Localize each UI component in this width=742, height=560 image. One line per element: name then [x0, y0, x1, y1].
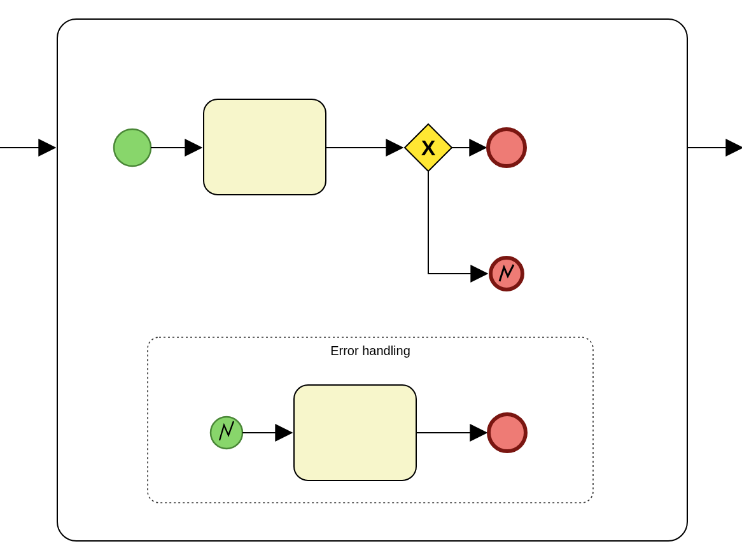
- exclusive-gateway[interactable]: X: [405, 124, 452, 171]
- event-subprocess-label: Error handling: [330, 344, 410, 358]
- error-start-event[interactable]: [211, 417, 242, 449]
- end-event[interactable]: [488, 129, 525, 166]
- subprocess-end-event[interactable]: [489, 414, 526, 451]
- edge-gateway-to-error: [428, 171, 487, 274]
- task-activity[interactable]: [204, 99, 326, 195]
- subprocess-task[interactable]: [294, 385, 416, 480]
- error-end-event[interactable]: [491, 258, 522, 290]
- start-event[interactable]: [114, 129, 151, 166]
- gateway-marker: X: [421, 136, 436, 160]
- bpmn-diagram: X Error handling: [0, 0, 742, 560]
- svg-point-2: [211, 417, 242, 449]
